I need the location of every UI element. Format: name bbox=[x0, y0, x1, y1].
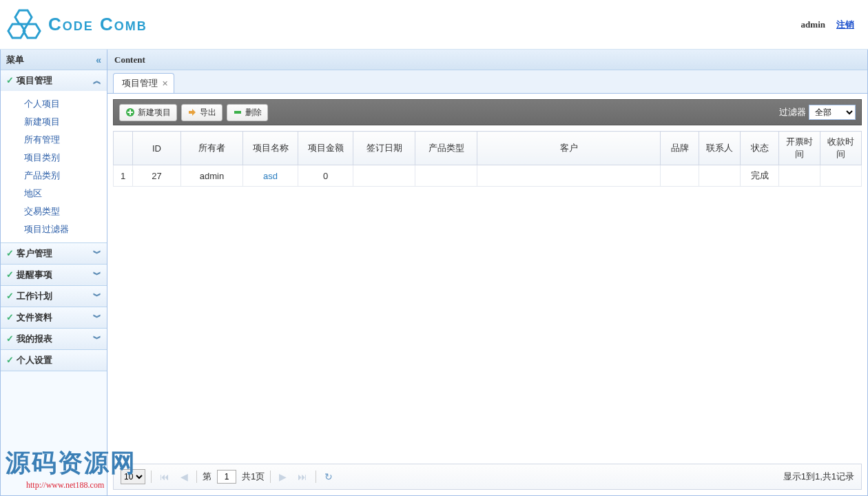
first-page-icon[interactable]: ⏮ bbox=[157, 471, 172, 482]
sidebar-item-personal-project[interactable]: 个人项目 bbox=[1, 95, 107, 113]
cell-name-link[interactable]: asd bbox=[243, 165, 298, 187]
check-icon: ✓ bbox=[6, 355, 14, 365]
tab-bar: 项目管理 ✕ bbox=[107, 70, 867, 94]
filter-label: 过滤器 bbox=[779, 106, 806, 118]
pager: 10 ⏮ ◀ 第 共1页 ▶ ⏭ ↻ 显示1到1,共1记录 bbox=[113, 464, 862, 490]
col-owner[interactable]: 所有者 bbox=[181, 132, 243, 165]
check-icon: ✓ bbox=[6, 291, 14, 301]
sidebar-section-label: 我的报表 bbox=[17, 333, 52, 344]
cell-customer bbox=[477, 165, 661, 187]
tab-close-icon[interactable]: ✕ bbox=[162, 79, 168, 88]
logout-link[interactable]: 注销 bbox=[836, 19, 854, 31]
svg-marker-0 bbox=[15, 10, 32, 24]
col-amount[interactable]: 项目金额 bbox=[298, 132, 353, 165]
tab-project-manage[interactable]: 项目管理 ✕ bbox=[113, 73, 174, 93]
cell-owner: admin bbox=[181, 165, 243, 187]
export-icon bbox=[187, 107, 197, 117]
cell-brand bbox=[661, 165, 699, 187]
col-id[interactable]: ID bbox=[133, 132, 181, 165]
check-icon: ✓ bbox=[6, 312, 14, 322]
cell-contact bbox=[699, 165, 741, 187]
sidebar-section-label: 个人设置 bbox=[17, 355, 52, 365]
col-name[interactable]: 项目名称 bbox=[243, 132, 298, 165]
check-icon: ✓ bbox=[6, 269, 14, 280]
chevron-down-icon: ︾ bbox=[93, 312, 101, 324]
table-header-row: ID 所有者 项目名称 项目金额 签订日期 产品类型 客户 品牌 联系人 状态 … bbox=[114, 132, 862, 165]
col-rownum[interactable] bbox=[114, 132, 133, 165]
sidebar-section-reminder[interactable]: ✓提醒事项︾ bbox=[1, 265, 107, 285]
col-invoice-time[interactable]: 开票时间 bbox=[779, 132, 820, 165]
cell-status: 完成 bbox=[741, 165, 779, 187]
separator bbox=[151, 471, 152, 483]
logo: Code Comb bbox=[6, 8, 147, 42]
content-panel: Content 项目管理 ✕ 新建项目 导出 删除 过滤器 bbox=[107, 50, 868, 496]
check-icon: ✓ bbox=[6, 248, 14, 258]
collapse-sidebar-icon[interactable]: « bbox=[96, 54, 101, 65]
separator bbox=[270, 471, 271, 483]
sidebar-section-label: 提醒事项 bbox=[17, 269, 52, 280]
last-page-icon[interactable]: ⏭ bbox=[295, 471, 310, 482]
chevron-up-icon: ︽ bbox=[93, 75, 101, 87]
watermark: 源码资源网 http://www.net188.com bbox=[6, 446, 136, 490]
delete-icon bbox=[233, 107, 242, 117]
separator bbox=[196, 471, 197, 483]
data-grid: ID 所有者 项目名称 项目金额 签订日期 产品类型 客户 品牌 联系人 状态 … bbox=[113, 131, 862, 187]
separator bbox=[316, 471, 316, 483]
col-contact[interactable]: 联系人 bbox=[699, 132, 741, 165]
col-brand[interactable]: 品牌 bbox=[661, 132, 699, 165]
sidebar-header: 菜单 « bbox=[1, 50, 107, 70]
pager-info: 显示1到1,共1记录 bbox=[783, 471, 854, 483]
button-label: 新建项目 bbox=[138, 107, 171, 118]
col-status[interactable]: 状态 bbox=[741, 132, 779, 165]
button-label: 导出 bbox=[200, 107, 216, 118]
col-pay-time[interactable]: 收款时间 bbox=[820, 132, 862, 165]
sidebar-section-project[interactable]: ✓项目管理 ︽ bbox=[1, 70, 107, 91]
cell-amount: 0 bbox=[298, 165, 353, 187]
sidebar-section-label: 工作计划 bbox=[17, 291, 52, 301]
filter-box: 过滤器 全部 bbox=[779, 105, 856, 120]
sidebar-item-project-category[interactable]: 项目类别 bbox=[1, 149, 107, 167]
col-sign-date[interactable]: 签订日期 bbox=[353, 132, 415, 165]
col-prod-type[interactable]: 产品类型 bbox=[415, 132, 477, 165]
sidebar-item-new-project[interactable]: 新建项目 bbox=[1, 113, 107, 131]
table-row[interactable]: 1 27 admin asd 0 完成 bbox=[114, 165, 862, 187]
col-customer[interactable]: 客户 bbox=[477, 132, 661, 165]
watermark-url: http://www.net188.com bbox=[26, 480, 136, 490]
tab-label: 项目管理 bbox=[122, 77, 158, 90]
sidebar-item-region[interactable]: 地区 bbox=[1, 185, 107, 203]
chevron-down-icon: ︾ bbox=[93, 333, 101, 345]
sidebar-section-body: 个人项目 新建项目 所有管理 项目类别 产品类别 地区 交易类型 项目过滤器 bbox=[1, 91, 107, 242]
svg-rect-4 bbox=[234, 111, 241, 114]
toolbar: 新建项目 导出 删除 过滤器 全部 bbox=[113, 99, 862, 125]
cell-rownum: 1 bbox=[114, 165, 133, 187]
header-right: admin 注销 bbox=[801, 19, 854, 31]
sidebar-section-settings[interactable]: ✓个人设置 bbox=[1, 350, 107, 371]
cell-sign-date bbox=[353, 165, 415, 187]
sidebar-section-label: 项目管理 bbox=[17, 75, 52, 85]
content-header: Content bbox=[107, 50, 867, 70]
sidebar-section-customer[interactable]: ✓客户管理︾ bbox=[1, 243, 107, 264]
export-button[interactable]: 导出 bbox=[181, 104, 223, 121]
check-icon: ✓ bbox=[6, 333, 14, 344]
refresh-icon[interactable]: ↻ bbox=[322, 471, 335, 482]
sidebar-item-product-category[interactable]: 产品类别 bbox=[1, 167, 107, 185]
sidebar-item-all-manage[interactable]: 所有管理 bbox=[1, 131, 107, 149]
prev-page-icon[interactable]: ◀ bbox=[178, 471, 191, 482]
sidebar-item-project-filter[interactable]: 项目过滤器 bbox=[1, 220, 107, 238]
sidebar-section-plan[interactable]: ✓工作计划︾ bbox=[1, 286, 107, 307]
sidebar-section-label: 客户管理 bbox=[17, 248, 52, 258]
new-project-button[interactable]: 新建项目 bbox=[119, 104, 177, 121]
sidebar-section-files[interactable]: ✓文件资料︾ bbox=[1, 307, 107, 328]
cell-invoice-time bbox=[779, 165, 820, 187]
plus-icon bbox=[125, 107, 135, 117]
sidebar-item-transaction-type[interactable]: 交易类型 bbox=[1, 203, 107, 220]
page-input[interactable] bbox=[217, 470, 236, 484]
next-page-icon[interactable]: ▶ bbox=[276, 471, 289, 482]
app-header: Code Comb admin 注销 bbox=[0, 0, 868, 50]
sidebar-section-report[interactable]: ✓我的报表︾ bbox=[1, 329, 107, 349]
delete-button[interactable]: 删除 bbox=[227, 104, 268, 121]
watermark-text: 源码资源网 bbox=[6, 446, 136, 480]
filter-select[interactable]: 全部 bbox=[809, 105, 856, 120]
logo-icon bbox=[6, 8, 44, 42]
cell-pay-time bbox=[820, 165, 862, 187]
